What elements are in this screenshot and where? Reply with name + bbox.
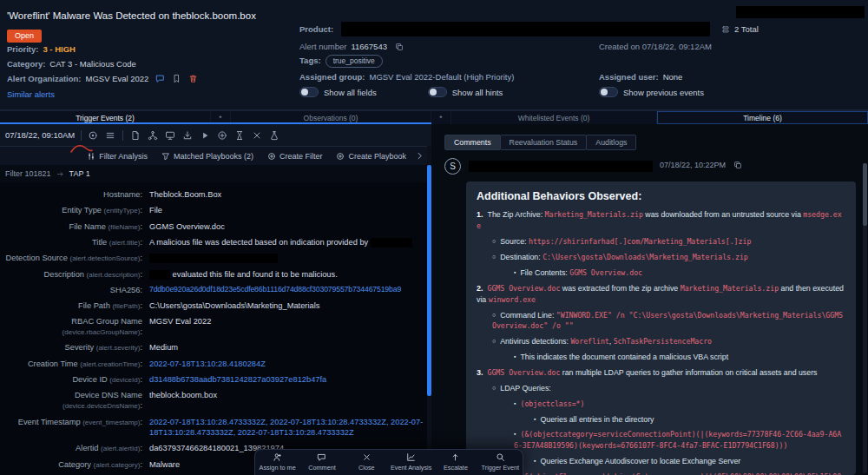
show-previous-events-label: Show previous events bbox=[623, 88, 704, 97]
field-key: Device ID (deviceId): bbox=[0, 374, 142, 386]
field-key: Description (alert.description): bbox=[0, 269, 142, 280]
chevron-right-icon[interactable] bbox=[415, 151, 424, 161]
tab-reevaluation-status[interactable]: Reevaluation Status bbox=[500, 135, 588, 150]
show-previous-events-toggle[interactable] bbox=[599, 87, 618, 97]
tab-star-2[interactable]: * bbox=[431, 111, 451, 124]
comment-heading: Additional Behaviors Observed: bbox=[477, 190, 845, 202]
text-span: File Contents: bbox=[520, 268, 569, 277]
total-count: 2 Total bbox=[734, 24, 759, 34]
show-all-hints-label: Show all hints bbox=[452, 88, 503, 97]
flask-icon[interactable] bbox=[269, 130, 279, 141]
delete-icon[interactable] bbox=[188, 74, 198, 83]
add-icon bbox=[336, 152, 345, 161]
action-label: Close bbox=[358, 464, 375, 472]
process-tree-icon[interactable] bbox=[148, 130, 158, 141]
hourglass-icon[interactable] bbox=[234, 130, 245, 141]
field-key: Creation Time (alert.creationTime): bbox=[0, 359, 142, 370]
close-icon[interactable] bbox=[252, 130, 262, 141]
field-link[interactable]: 2022-07-18T13:10:28.4733332Z, 2022-07-18… bbox=[149, 418, 423, 438]
document-icon[interactable] bbox=[130, 130, 141, 141]
field-row-description: Description (alert.description): evaluat… bbox=[0, 267, 431, 282]
action-label: Assign to me bbox=[260, 464, 296, 472]
copy-alert-number-icon[interactable] bbox=[395, 43, 404, 51]
bullet: ○ bbox=[492, 385, 496, 391]
create-filter-button[interactable]: Create Filter bbox=[267, 152, 323, 161]
show-all-fields-group: Show all fields bbox=[299, 87, 377, 97]
redacted-header-value bbox=[736, 6, 865, 18]
code-span: C:\Users\gosta\Downloads\Marketing_Mater… bbox=[542, 253, 748, 261]
right-scrollbar-thumb[interactable] bbox=[863, 163, 867, 226]
code-span: SchTaskPersistenceMacro bbox=[614, 337, 712, 346]
tab-auditlogs[interactable]: Auditlogs bbox=[586, 135, 636, 150]
left-scrollbar-thumb[interactable] bbox=[427, 165, 431, 396]
field-row-file-name: File Name (fileName):GGMS Overview.doc bbox=[0, 219, 431, 234]
field-key: Hostname: bbox=[0, 189, 142, 201]
bookmark-icon[interactable] bbox=[172, 74, 181, 83]
product-label: Product: bbox=[299, 24, 333, 34]
trigger-event-icon bbox=[496, 452, 505, 462]
field-link[interactable]: 2022-07-18T13:10:28.4180284Z bbox=[149, 360, 266, 368]
action-trigger-event[interactable]: Trigger Event bbox=[478, 450, 523, 475]
timeline-panel: CommentsReevaluation StatusAuditlogs S 0… bbox=[443, 124, 868, 475]
bullet: ○ bbox=[492, 238, 496, 244]
field-key-sub: (alert.severity) bbox=[96, 344, 141, 352]
comment-item: 1.The Zip Archive: Marketing_Materials.z… bbox=[477, 209, 845, 232]
show-all-hints-toggle[interactable] bbox=[428, 87, 447, 97]
text-span: Destination: bbox=[500, 253, 542, 261]
field-link[interactable]: d31488b6738aadb7381242827a03927e812b47fa bbox=[149, 375, 326, 384]
play-icon[interactable] bbox=[200, 130, 210, 141]
tab-timeline[interactable]: Timeline (6) bbox=[657, 111, 868, 124]
field-text: MGSV Eval 2022 bbox=[149, 317, 211, 326]
bullet: ○ bbox=[492, 254, 496, 260]
show-all-hints-group: Show all hints bbox=[428, 87, 503, 97]
comment-item: ▪(&(objectcategory=serviceConnectionPoin… bbox=[477, 429, 845, 452]
list-icon[interactable] bbox=[105, 130, 115, 141]
event-timestamp-label[interactable]: 07/18/22, 09:10AM bbox=[5, 130, 75, 140]
field-text: theblock.boom.box bbox=[149, 391, 217, 399]
text-span: The Zip Archive: bbox=[488, 210, 545, 219]
tag-pill[interactable]: true_positive bbox=[326, 55, 383, 68]
field-link[interactable]: 7ddb0e920a26d0df18d23e5cdfe86b1116d74d88… bbox=[149, 285, 401, 294]
comment-item: ▪File Contents: GGMS Overview.doc bbox=[477, 267, 845, 279]
action-comment[interactable]: Comment bbox=[299, 450, 344, 475]
field-row-device-dns-name: Device DNS Name (device.deviceDnsName):t… bbox=[0, 387, 431, 413]
code-span: GGMS Overview.doc bbox=[569, 268, 642, 277]
text-span: Queries all entries in the directory bbox=[540, 415, 654, 424]
field-row-detection-source: Detection Source (alert.detectionSource)… bbox=[0, 250, 431, 266]
assigned-group-value: MGSV Eval 2022-Default (High Priority) bbox=[369, 72, 514, 82]
field-key: File Path (filePath): bbox=[0, 300, 142, 312]
comment-item: ○LDAP Queries: bbox=[477, 383, 845, 394]
tab-whitelisted-events[interactable]: Whitelisted Events (0) bbox=[451, 111, 657, 124]
filter-id[interactable]: Filter 101821 bbox=[5, 169, 51, 178]
text-span: ran multiple LDAP queries to gather info… bbox=[560, 368, 817, 377]
comment-item: 3.GGMS Overview.doc ran multiple LDAP qu… bbox=[477, 367, 845, 379]
target-icon[interactable] bbox=[88, 130, 98, 141]
monitor-icon[interactable] bbox=[165, 130, 175, 141]
show-all-fields-toggle[interactable] bbox=[299, 87, 319, 97]
copy-timestamp-icon[interactable] bbox=[733, 161, 742, 169]
field-key: Entity Type (entityType): bbox=[0, 205, 142, 216]
redacted-value bbox=[149, 254, 278, 263]
filter-analysis-button[interactable]: Filter Analysis bbox=[87, 152, 148, 161]
tap-label[interactable]: TAP 1 bbox=[69, 169, 90, 178]
action-escalate[interactable]: Escalate bbox=[433, 450, 477, 475]
action-assign-to-me[interactable]: Assign to me bbox=[255, 450, 299, 475]
similar-alerts-link[interactable]: Similar alerts bbox=[7, 89, 55, 99]
action-label: Comment bbox=[308, 464, 336, 472]
tab-comments[interactable]: Comments bbox=[444, 135, 501, 150]
field-key-sub: (alert.alertId) bbox=[101, 445, 140, 452]
bullet: 2. bbox=[477, 284, 483, 293]
action-close[interactable]: Close bbox=[345, 450, 389, 475]
field-row-rbac-group-name: RBAC Group Name (device.rbacGroupName):M… bbox=[0, 313, 431, 340]
download-icon[interactable] bbox=[182, 130, 193, 141]
matched-playbooks-button[interactable]: Matched Playbooks (2) bbox=[161, 152, 253, 161]
field-row-hostname: Hostname:Theblock.Boom.Box bbox=[0, 187, 431, 202]
comments-icon[interactable] bbox=[155, 74, 165, 83]
separator bbox=[122, 130, 123, 141]
create-playbook-button[interactable]: Create Playbook bbox=[336, 152, 406, 161]
field-value: 2022-07-18T13:10:28.4180284Z bbox=[149, 359, 425, 370]
add-icon[interactable] bbox=[217, 130, 227, 141]
action-event-analysis[interactable]: Event Analysis bbox=[389, 450, 433, 475]
status-badge: Open bbox=[7, 30, 42, 43]
field-key: Severity (alert.severity): bbox=[0, 342, 142, 353]
